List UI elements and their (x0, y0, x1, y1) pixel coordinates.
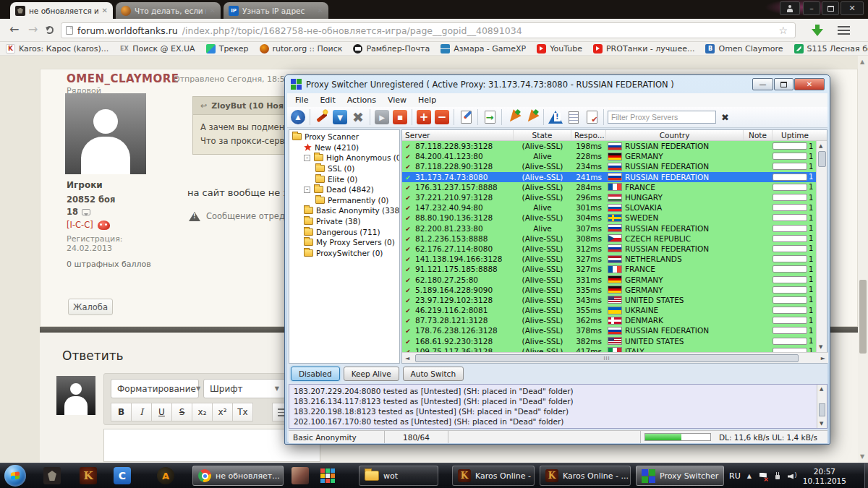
tree-item[interactable]: -High Anonymous (0) (289, 153, 399, 163)
tree-item[interactable]: Basic Anonymity (338) (289, 205, 399, 216)
clear-filter-icon[interactable]: ✖ (721, 112, 729, 123)
power-icon[interactable] (773, 472, 781, 480)
taskbar-proxy-switcher-button[interactable]: Proxy Switcher (636, 466, 724, 486)
superscript-button[interactable]: x² (212, 403, 233, 421)
page-scrollbar[interactable]: ▲ ▼ (858, 56, 868, 463)
proxy-row[interactable]: ✔82.200.81.233:80Alive307msRUSSIAN FEDER… (402, 223, 817, 234)
proxy-row[interactable]: ✔62.180.27.25:80(Alive-SSL)331msGERMANY1 (402, 274, 817, 284)
menu-view[interactable]: View (383, 95, 412, 106)
bookmark-item[interactable]: Трекер (206, 44, 249, 53)
tree-item[interactable]: Permanently (0) (289, 195, 399, 206)
back-button[interactable]: ← (9, 22, 19, 36)
taskbar-wot-icon[interactable] (40, 466, 64, 486)
tree-item[interactable]: My Proxy Servers (0) (289, 237, 399, 248)
browser-tab-ip[interactable]: IP Узнать IP адрес ✕ (224, 2, 328, 19)
scroll-down-icon[interactable]: ▼ (820, 421, 823, 427)
bookmark-item[interactable]: KKaros: Карос (karos)... (6, 44, 109, 53)
proxy-row[interactable]: ✔178.76.238.126:3128(Alive-SSL)378msRUSS… (402, 325, 817, 335)
collapse-icon[interactable]: - (304, 155, 310, 161)
page-scrollbar-thumb[interactable] (859, 280, 867, 354)
reload-button[interactable] (46, 26, 54, 34)
scroll-right-icon[interactable]: ► (821, 355, 825, 361)
test-all-icon[interactable] (524, 109, 540, 125)
maximize-button[interactable] (774, 78, 793, 90)
taskbar-karos-window1[interactable]: K Karos Online - ... (452, 466, 535, 486)
delete-icon[interactable]: ✖ (350, 109, 366, 125)
show-desktop-button[interactable] (864, 463, 868, 488)
wizard-icon[interactable] (314, 109, 330, 125)
proxy-row[interactable]: ✔84.200.41.123:80Alive228msGERMANY1 (402, 151, 817, 161)
subscript-button[interactable]: x₂ (192, 403, 213, 421)
font-dropdown[interactable]: Шрифт▼ (203, 379, 286, 398)
url-bar[interactable]: forum.worldoftanks.ru/index.php?/topic/1… (61, 22, 796, 38)
italic-button[interactable]: I (131, 403, 152, 421)
minimize-window-button[interactable]: – (803, 1, 820, 15)
bookmark-item[interactable]: Рамблер-Почта (353, 44, 430, 53)
maximize-window-button[interactable] (822, 1, 839, 15)
bookmark-item[interactable]: Азмара - GameXP (441, 44, 526, 53)
report-button[interactable]: Жалоба (68, 299, 113, 315)
proxy-row[interactable]: ✔37.221.210.97:3128(Alive-SSL)296msHUNGA… (402, 192, 817, 202)
proxy-row[interactable]: ✔87.73.28.121:3128(Alive-SSL)362msDENMAR… (402, 315, 817, 325)
download-proxies-icon[interactable]: ▲ (290, 109, 306, 125)
switch-proxy-icon[interactable] (482, 109, 498, 125)
stop-scan-icon[interactable]: ■ (392, 109, 408, 125)
remove-format-button[interactable]: Tx (232, 403, 253, 421)
tree-item[interactable]: Elite (0) (289, 174, 399, 184)
taskbar-karos-icon[interactable]: K (76, 466, 101, 486)
scroll-up-icon[interactable]: ▲ (860, 59, 864, 65)
keep-alive-button[interactable]: Keep Alive (344, 367, 399, 381)
post-author[interactable]: OMEN_CLAYMORE (67, 72, 179, 85)
menu-actions[interactable]: Actions (342, 95, 381, 106)
taskbar-anime-icon[interactable] (288, 466, 312, 486)
tree-item[interactable]: Proxy Scanner (289, 132, 399, 142)
clock[interactable]: 20:57 10.11.2015 (803, 467, 846, 486)
download-arrow-icon[interactable] (812, 25, 823, 37)
start-scan-icon[interactable]: ▶ (374, 109, 390, 125)
log-scrollbar[interactable]: ▲ ▼ (817, 385, 827, 428)
column-header-state[interactable]: State (514, 130, 571, 140)
browser-tab-wot[interactable]: не обновляется игра - Вс ✕ (10, 2, 113, 19)
profile-button[interactable] (780, 1, 800, 15)
tray-expand-icon[interactable]: ▲ (747, 473, 752, 479)
tree-item[interactable]: SSL (0) (289, 163, 399, 174)
language-indicator[interactable]: RU (729, 471, 741, 481)
browser-tab-help[interactable]: Что делать, если не полу ✕ (116, 2, 221, 19)
proxy-row[interactable]: ✔141.138.194.166:3128(Alive-SSL)327msNET… (402, 254, 817, 264)
bookmark-star-icon[interactable]: ☆ (778, 25, 788, 36)
proxy-row[interactable]: ✔109.75.117.36:3128(Alive-SSL)417msITALY… (402, 346, 817, 352)
close-button[interactable]: ✕ (794, 78, 825, 90)
strikethrough-button[interactable]: S (171, 403, 192, 421)
proxy-row[interactable]: ✔81.2.236.153:8888(Alive-SSL)308msCZECH … (402, 234, 817, 244)
scroll-down-icon[interactable]: ▼ (819, 344, 822, 350)
tree-item[interactable]: New (4210) (289, 142, 399, 153)
scrollbar-thumb[interactable] (819, 403, 825, 416)
column-header-note[interactable]: Note (744, 130, 773, 140)
tab-close-icon[interactable]: ✕ (318, 7, 323, 14)
bookmark-item[interactable]: BOmen Claymore (705, 44, 783, 53)
scroll-up-icon[interactable]: ▲ (820, 386, 823, 392)
test-proxy-icon[interactable] (506, 109, 522, 125)
proxy-row[interactable]: ✔168.61.92.230:3128(Alive-SSL)382msUNITE… (402, 336, 817, 346)
proxy-row[interactable]: ✔23.97.129.102:3128(Alive-SSL)343msUNITE… (402, 295, 817, 305)
taskbar-cleaner-icon[interactable]: C (110, 466, 135, 486)
tree-item[interactable]: -Dead (4842) (289, 184, 399, 195)
column-header-country[interactable]: Country (606, 130, 744, 140)
menu-icon[interactable] (838, 26, 850, 35)
taskbar-daemon-icon[interactable]: A (153, 466, 178, 486)
validate-icon[interactable] (584, 109, 600, 125)
underline-button[interactable]: U (151, 403, 172, 421)
column-header-uptime[interactable]: Uptime (773, 130, 817, 140)
menu-edit[interactable]: Edit (315, 95, 340, 106)
report-icon[interactable] (566, 109, 582, 125)
remove-proxy-icon[interactable]: − (434, 109, 450, 125)
proxy-row[interactable]: ✔46.219.116.2:8081(Alive-SSL)355msUKRAIN… (402, 305, 817, 315)
menu-file[interactable]: File (290, 95, 313, 106)
author-clan[interactable]: [I-C-C] (67, 220, 93, 230)
import-icon[interactable]: ▼ (332, 109, 348, 125)
list-horizontal-scrollbar[interactable]: ◄ III ► (402, 352, 828, 363)
taskbar-rubik-icon[interactable] (315, 466, 340, 486)
scroll-up-icon[interactable]: ▲ (819, 143, 822, 149)
tab-close-icon[interactable]: ✕ (102, 7, 108, 14)
proxy-row[interactable]: ✔91.121.175.185:8888(Alive-SSL)327msFRAN… (402, 264, 817, 274)
